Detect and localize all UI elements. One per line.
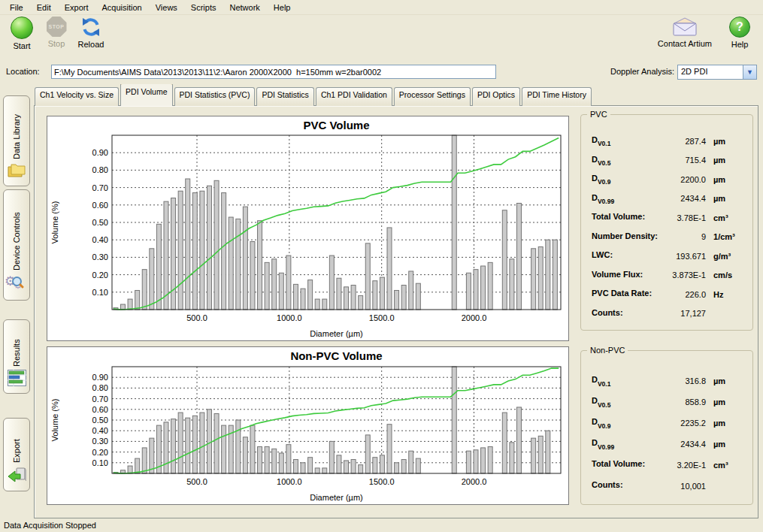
histogram-bar [359, 465, 363, 473]
location-input[interactable] [51, 65, 496, 79]
histogram-bar [250, 425, 255, 473]
histogram-bar [452, 367, 456, 473]
histogram-bar [265, 262, 269, 310]
contact-artium-button[interactable]: Contact Artium [658, 17, 712, 49]
sidebar-label-device-controls: Device Controls [12, 190, 21, 274]
y-tick-label: 0.40 [92, 426, 108, 435]
histogram-bar [265, 447, 269, 474]
non-pvc-groupbox-title: Non-PVC [587, 346, 628, 355]
stop-button[interactable]: STOP Stop [42, 17, 71, 50]
start-button[interactable]: Start [8, 17, 36, 50]
menu-export[interactable]: Export [58, 2, 95, 14]
sidebar-item-export[interactable]: Export [3, 418, 30, 491]
histogram-bar [373, 458, 377, 473]
doppler-analysis-select[interactable]: 2D PDI ▼ [677, 65, 757, 80]
menu-help[interactable]: Help [267, 2, 298, 14]
histogram-bar [128, 299, 132, 310]
histogram-bar [258, 447, 262, 474]
histogram-bar [488, 447, 492, 474]
histogram-bar [200, 413, 204, 473]
x-tick-label: 2000.0 [462, 313, 487, 322]
histogram-bar [315, 468, 319, 473]
histogram-bar [502, 413, 507, 473]
histogram-bar [272, 449, 277, 473]
tab-pdi-optics[interactable]: PDI Optics [472, 87, 520, 106]
histogram-bar [488, 262, 492, 310]
menu-network[interactable]: Network [223, 2, 266, 14]
help-icon: ? [729, 17, 750, 38]
histogram-bar [466, 451, 471, 473]
menu-scripts[interactable]: Scripts [184, 2, 223, 14]
histogram-bar [502, 210, 507, 310]
reload-button[interactable]: Reload [77, 17, 105, 50]
y-tick-label: 0.80 [92, 383, 108, 392]
histogram-bar [286, 445, 291, 473]
histogram-bar [164, 201, 168, 310]
histogram-bar [236, 219, 241, 310]
histogram-bar [301, 289, 305, 310]
location-row: Location: Doppler Analysis: 2D PDI ▼ [0, 63, 763, 81]
menu-acquisition[interactable]: Acquisition [95, 2, 149, 14]
non-pvc-volume-chart-svg: 0.100.200.300.400.500.600.700.800.90500.… [47, 347, 568, 504]
histogram-bar [481, 448, 486, 473]
histogram-bar [250, 242, 255, 310]
stop-icon: STOP [47, 17, 67, 37]
histogram-bar [395, 290, 399, 310]
tab-ch1-velocity-vs-size[interactable]: Ch1 Velocity vs. Size [35, 87, 119, 106]
sidebar-label-export: Export [12, 419, 21, 466]
histogram-bar [538, 436, 543, 473]
x-tick-label: 1000.0 [277, 477, 302, 486]
histogram-bar [337, 278, 341, 310]
tab-pdi-time-history[interactable]: PDI Time History [522, 87, 592, 106]
histogram-bar [243, 437, 247, 473]
y-tick-label: 0.40 [92, 235, 108, 244]
histogram-bar [538, 246, 543, 310]
histogram-bar [186, 418, 190, 473]
menu-views[interactable]: Views [149, 2, 184, 14]
stat-row-dv05: DV0.5 858.9µm [581, 391, 752, 413]
sidebar-label-results: Results [12, 320, 21, 370]
histogram-bar [322, 468, 327, 473]
status-text: Data Acquisition Stopped [4, 521, 96, 530]
non-pvc-stats-groupbox: Non-PVC DV0.1 316.8µm DV0.5 858.9µm DV0.… [580, 350, 753, 505]
histogram-bar [337, 455, 341, 473]
histogram-bar [258, 221, 262, 310]
pvc-volume-chart-svg: 0.100.200.300.400.500.600.700.800.90500.… [47, 116, 568, 340]
sidebar-item-data-library[interactable]: Data Library [3, 95, 30, 186]
stat-row-lwc: LWC: 193.671g/m³ [581, 246, 752, 266]
y-tick-label: 0.50 [92, 218, 108, 227]
stat-row-dv09: DV0.9 2200.0µm [581, 170, 752, 189]
sidebar-label-data-library: Data Library [12, 96, 21, 162]
location-label: Location: [6, 67, 40, 76]
stat-row-dv01: DV0.1 287.4µm [581, 131, 752, 151]
tab-ch1-pdi-validation[interactable]: Ch1 PDI Validation [316, 87, 392, 106]
toolbar: Start STOP Stop Reload [0, 15, 763, 62]
sidebar-item-device-controls[interactable]: Device Controls ⚙⚙ [3, 189, 30, 301]
gears-icon: ⚙⚙ [6, 274, 27, 295]
tab-pdi-volume[interactable]: PDI Volume [120, 84, 172, 106]
x-tick-label: 2000.0 [462, 477, 487, 486]
stat-row-counts: Counts: 17,127 [581, 304, 752, 324]
tab-pdi-statistics-pvc[interactable]: PDI Statistics (PVC) [174, 87, 256, 106]
sidebar-item-results[interactable]: Results [3, 319, 30, 394]
histogram-bar [452, 135, 456, 310]
histogram-bar [164, 422, 168, 473]
y-tick-label: 0.60 [92, 405, 108, 414]
stat-row-number-density: Number Density: 91/cm³ [581, 228, 752, 247]
y-tick-label: 0.30 [92, 252, 108, 261]
chevron-down-icon[interactable]: ▼ [743, 65, 756, 79]
tab-processor-settings[interactable]: Processor Settings [394, 87, 471, 106]
histogram-bar [387, 228, 392, 310]
y-tick-label: 0.10 [92, 458, 108, 467]
histogram-bar [222, 425, 226, 473]
tab-pdi-statistics[interactable]: PDI Statistics [256, 87, 313, 106]
help-button[interactable]: ? Help [725, 17, 754, 49]
histogram-bar [308, 458, 313, 473]
histogram-bar [315, 299, 319, 310]
export-arrow-icon [7, 466, 26, 485]
menu-file[interactable]: File [3, 2, 30, 14]
chart-title: Non-PVC Volume [290, 349, 382, 362]
pvc-volume-chart: 0.100.200.300.400.500.600.700.800.90500.… [47, 116, 569, 341]
x-tick-label: 1500.0 [369, 313, 395, 322]
menu-edit[interactable]: Edit [30, 2, 58, 14]
